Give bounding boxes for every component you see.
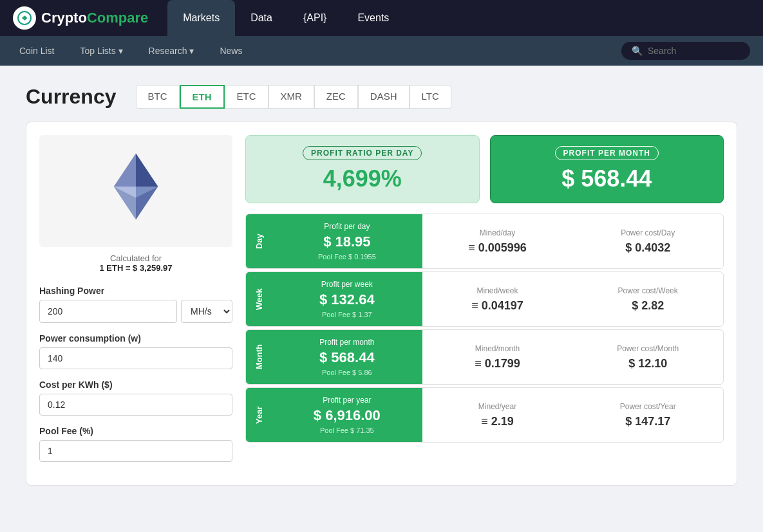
profit-year-title: Profit per year <box>282 396 412 405</box>
mining-row-day: Day Profit per day $ 18.95 Pool Fee $ 0.… <box>245 214 724 269</box>
period-label-day: Day <box>246 214 272 268</box>
profit-day-fee: Pool Fee $ 0.1955 <box>282 253 412 261</box>
profit-day: Profit per day $ 18.95 Pool Fee $ 0.1955 <box>272 214 422 268</box>
tab-dash[interactable]: DASH <box>358 85 410 109</box>
hashing-power-input[interactable] <box>39 300 177 323</box>
coin-image-area <box>39 135 232 247</box>
profit-ratio-value: 4,699% <box>259 165 466 192</box>
power-consumption-group: Power consumption (w) <box>39 333 232 369</box>
power-week-value: $ 2.82 <box>583 299 713 313</box>
profit-ratio-label: PROFIT RATIO PER DAY <box>303 146 422 160</box>
eth-logo <box>97 148 174 225</box>
profit-month-value: $ 568.44 <box>504 165 711 192</box>
nav-events[interactable]: Events <box>342 0 404 36</box>
mined-month: Mined/month ≡ 0.1799 <box>422 330 573 384</box>
stat-profit-month: PROFIT PER MONTH $ 568.44 <box>490 135 724 203</box>
nav-items: Markets Data {API} Events <box>167 0 750 36</box>
profit-week-value: $ 132.64 <box>282 291 412 308</box>
currency-header: Currency BTC ETH ETC XMR ZEC DASH LTC <box>26 85 737 109</box>
period-label-year: Year <box>246 388 272 442</box>
power-year-label: Power cost/Year <box>583 402 713 411</box>
stat-profit-ratio: PROFIT RATIO PER DAY 4,699% <box>245 135 480 203</box>
search-input[interactable] <box>648 46 744 56</box>
logo[interactable]: CryptoCompare <box>13 6 148 30</box>
period-label-month: Month <box>246 330 272 384</box>
power-consumption-input[interactable] <box>39 347 232 369</box>
profit-day-title: Profit per day <box>282 222 412 231</box>
power-day-label: Power cost/Day <box>583 228 713 237</box>
pool-fee-input[interactable] <box>39 440 232 462</box>
subnav-coin-list[interactable]: Coin List <box>13 36 61 66</box>
right-panel: PROFIT RATIO PER DAY 4,699% PROFIT PER M… <box>245 135 724 472</box>
mining-row-month: Month Profit per month $ 568.44 Pool Fee… <box>245 329 724 385</box>
mined-year: Mined/year ≡ 2.19 <box>422 388 573 442</box>
search-box[interactable]: 🔍 <box>621 42 750 60</box>
profit-month-title: Profit per month <box>282 338 412 347</box>
hashing-unit-select[interactable]: MH/s GH/s TH/s <box>181 300 232 323</box>
subnav-news[interactable]: News <box>213 36 249 66</box>
nav-markets[interactable]: Markets <box>167 0 235 36</box>
power-consumption-label: Power consumption (w) <box>39 333 232 344</box>
power-year: Power cost/Year $ 147.17 <box>572 388 723 442</box>
tab-etc[interactable]: ETC <box>225 85 268 109</box>
nav-api[interactable]: {API} <box>288 0 342 36</box>
mining-table: Day Profit per day $ 18.95 Pool Fee $ 0.… <box>245 214 724 443</box>
profit-day-value: $ 18.95 <box>282 234 412 250</box>
subnav-research[interactable]: Research ▾ <box>142 36 201 66</box>
mining-row-year: Year Profit per year $ 6,916.00 Pool Fee… <box>245 387 724 443</box>
sub-nav: Coin List Top Lists ▾ Research ▾ News 🔍 <box>0 36 763 66</box>
tab-xmr[interactable]: XMR <box>268 85 314 109</box>
main-layout: Calculated for 1 ETH = $ 3,259.97 Hashin… <box>26 122 737 486</box>
mined-year-label: Mined/year <box>433 402 563 411</box>
nav-data[interactable]: Data <box>235 0 288 36</box>
tab-btc[interactable]: BTC <box>136 85 180 109</box>
subnav-top-lists[interactable]: Top Lists ▾ <box>73 36 129 66</box>
mined-week-value: ≡ 0.04197 <box>433 299 563 313</box>
pool-fee-label: Pool Fee (%) <box>39 426 232 436</box>
hashing-power-label: Hashing Power <box>39 286 232 296</box>
mined-day-label: Mined/day <box>433 228 563 237</box>
calc-for-label: Calculated for <box>39 253 232 263</box>
profit-week-fee: Pool Fee $ 1.37 <box>282 311 412 318</box>
mined-week-label: Mined/week <box>433 286 563 295</box>
logo-text: CryptoCompare <box>41 10 148 26</box>
power-month: Power cost/Month $ 12.10 <box>572 330 723 384</box>
profit-month: Profit per month $ 568.44 Pool Fee $ 5.8… <box>272 330 422 384</box>
mining-row-week: Week Profit per week $ 132.64 Pool Fee $… <box>245 271 724 327</box>
period-label-week: Week <box>246 272 272 326</box>
page-content: Currency BTC ETH ETC XMR ZEC DASH LTC <box>0 66 763 505</box>
mined-year-value: ≡ 2.19 <box>433 415 563 428</box>
pool-fee-group: Pool Fee (%) <box>39 426 232 462</box>
mined-month-value: ≡ 0.1799 <box>433 357 563 371</box>
profit-year: Profit per year $ 6,916.00 Pool Fee $ 71… <box>272 388 422 442</box>
profit-month-value: $ 568.44 <box>282 349 412 366</box>
hashing-power-row: MH/s GH/s TH/s <box>39 300 232 323</box>
mined-week: Mined/week ≡ 0.04197 <box>422 272 573 326</box>
profit-month-label: PROFIT PER MONTH <box>555 146 659 160</box>
power-year-value: $ 147.17 <box>583 415 713 428</box>
cost-per-kwh-input[interactable] <box>39 394 232 416</box>
power-month-label: Power cost/Month <box>583 344 713 353</box>
profit-year-fee: Pool Fee $ 71.35 <box>282 427 412 434</box>
calc-for-value: 1 ETH = $ 3,259.97 <box>99 263 172 273</box>
currency-tabs: BTC ETH ETC XMR ZEC DASH LTC <box>136 85 451 109</box>
tab-ltc[interactable]: LTC <box>410 85 451 109</box>
profit-month-fee: Pool Fee $ 5.86 <box>282 369 412 376</box>
page-title: Currency <box>26 85 117 109</box>
power-week-label: Power cost/Week <box>583 286 713 295</box>
tab-eth[interactable]: ETH <box>180 85 225 109</box>
hashing-power-group: Hashing Power MH/s GH/s TH/s <box>39 286 232 323</box>
logo-icon <box>13 6 36 30</box>
mined-day-value: ≡ 0.005996 <box>433 241 563 255</box>
top-nav: CryptoCompare Markets Data {API} Events <box>0 0 763 36</box>
top-stats: PROFIT RATIO PER DAY 4,699% PROFIT PER M… <box>245 135 724 203</box>
power-week: Power cost/Week $ 2.82 <box>572 272 723 326</box>
profit-year-value: $ 6,916.00 <box>282 407 412 424</box>
left-panel: Calculated for 1 ETH = $ 3,259.97 Hashin… <box>39 135 232 472</box>
power-month-value: $ 12.10 <box>583 357 713 371</box>
mined-month-label: Mined/month <box>433 344 563 353</box>
tab-zec[interactable]: ZEC <box>314 85 358 109</box>
cost-per-kwh-group: Cost per KWh ($) <box>39 380 232 416</box>
profit-week-title: Profit per week <box>282 280 412 289</box>
cost-per-kwh-label: Cost per KWh ($) <box>39 380 232 390</box>
